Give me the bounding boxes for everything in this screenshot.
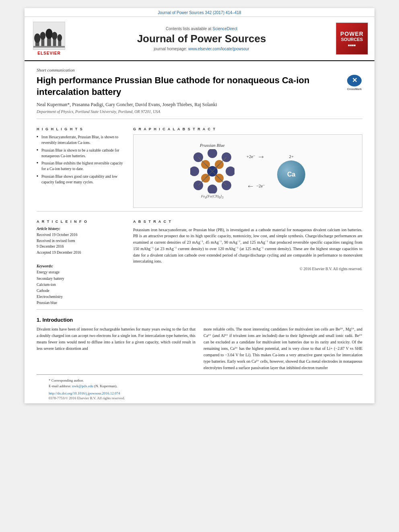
crossmark-label: CrossMark	[347, 87, 362, 91]
info-abstract-row: A R T I C L E I N F O Article history: R…	[25, 215, 374, 306]
elsevier-logo: ELSEVIER	[31, 22, 67, 55]
svg-point-14	[190, 166, 199, 176]
crossmark-badge[interactable]: ✕ CrossMark	[346, 75, 362, 91]
svg-rect-10	[33, 46, 65, 47]
svg-point-1	[34, 33, 41, 43]
journal-center-info: Contents lists available at ScienceDirec…	[67, 27, 336, 51]
keywords-section: Keywords: Energy storage Secondary batte…	[37, 263, 125, 306]
journal-homepage: journal homepage: www.elsevier.com/locat…	[75, 47, 328, 51]
abstract-column: A B S T R A C T Potassium iron hexacyano…	[133, 215, 362, 306]
homepage-link[interactable]: www.elsevier.com/locate/jpowsour	[188, 47, 249, 51]
contents-label: Contents lists available at	[166, 27, 211, 31]
email-note: E-mail address: nwk@pdx.edu (N. Kuperman…	[49, 384, 350, 389]
intro-right-text: more reliable cells. The most interestin…	[204, 327, 362, 370]
intro-heading: 1. Introduction	[37, 317, 362, 323]
keyword-5: Electrochemistry	[37, 294, 125, 300]
footnote-section: * Corresponding author. E-mail address: …	[37, 374, 362, 403]
keyword-3: Calcium-ion	[37, 282, 125, 288]
svg-point-18	[208, 185, 217, 193]
highlight-item: Prussian Blue exhibits the highest rever…	[37, 160, 125, 172]
graphical-abstract-area: Prussian Blue	[133, 134, 362, 208]
accepted-date: Accepted 19 December 2016	[37, 250, 125, 255]
crystal-side: Prussian Blue	[190, 143, 234, 199]
ca-superscript-top: 2+	[289, 154, 294, 159]
article-info-heading: A R T I C L E I N F O	[37, 220, 125, 224]
keyword-4: Cathode	[37, 288, 125, 294]
svg-point-15	[226, 166, 234, 176]
journal-citation: Journal of Power Sources 342 (2017) 414–…	[25, 8, 374, 17]
page: Journal of Power Sources 342 (2017) 414–…	[25, 8, 374, 403]
corresponding-label: * Corresponding author.	[49, 378, 84, 382]
top-arrow-row: +2e⁻ →	[247, 152, 265, 161]
graphical-abstract-heading: G R A P H I C A L A B S T R A C T	[133, 127, 362, 131]
diagram-wrapper: Prussian Blue	[186, 139, 310, 203]
keyword-2: Secondary battery	[37, 276, 125, 282]
author-affiliation: Department of Physics, Portland State Un…	[37, 109, 362, 114]
keyword-1: Energy storage	[37, 269, 125, 275]
intro-left-text: Divalent ions have been of interest for …	[37, 327, 195, 351]
contents-available: Contents lists available at ScienceDirec…	[75, 27, 328, 31]
corresponding-note: * Corresponding author.	[49, 378, 350, 384]
journal-title: Journal of Power Sources	[75, 33, 328, 45]
article-history: Article history: Received 19 October 201…	[37, 227, 125, 255]
highlights-heading: H I G H L I G H T S	[37, 127, 125, 131]
pb-label: Prussian Blue	[200, 143, 225, 148]
journal-header: ELSEVIER Contents lists available at Sci…	[25, 17, 374, 61]
introduction-section: 1. Introduction	[25, 313, 374, 323]
bottom-arrow-row: ← −2e⁻	[247, 181, 265, 191]
intro-left-col: Divalent ions have been of interest for …	[37, 326, 195, 371]
intro-right-col: more reliable cells. The most interestin…	[204, 326, 362, 371]
article-type-label: Short communication	[37, 68, 362, 72]
article-header: Short communication High performance Pru…	[25, 61, 374, 114]
highlights-list: Iron Hexacyanoferrate, Prussian Blue, is…	[37, 134, 125, 185]
section-number: 1.	[37, 317, 41, 323]
revised-date: Received in revised form9 December 2016	[37, 238, 125, 249]
crossmark-icon: ✕	[347, 75, 362, 86]
abstract-text: Potassium iron hexacyanoferrate, or Prus…	[133, 227, 362, 265]
copyright-line: © 2016 Elsevier B.V. All rights reserved…	[133, 267, 362, 271]
electrons-pos-label: +2e⁻	[247, 154, 256, 159]
elsevier-tree-image	[33, 22, 65, 50]
article-info-column: A R T I C L E I N F O Article history: R…	[37, 215, 125, 306]
intro-body: Divalent ions have been of interest for …	[25, 326, 374, 371]
svg-point-7	[52, 32, 58, 40]
reaction-arrows: +2e⁻ → ← −2e⁻	[247, 152, 265, 191]
highlights-column: H I G H L I G H T S Iron Hexacyanoferrat…	[37, 122, 125, 208]
right-arrow-symbol: →	[257, 152, 265, 161]
ca-ion-side: 2+ Ca	[277, 154, 305, 189]
email-label: E-mail address:	[49, 384, 71, 388]
history-heading: Article history:	[37, 227, 125, 231]
article-title-text: High performance Prussian Blue cathode f…	[37, 75, 342, 98]
formula-label: Fe4[Fe(CN)6]3	[201, 194, 223, 199]
highlight-item: Prussian Blue is shown to be a suitable …	[37, 148, 125, 159]
ca-ion-sphere: Ca	[277, 160, 305, 189]
email-link[interactable]: nwk@pdx.edu	[72, 384, 93, 388]
header-divider	[37, 119, 362, 119]
citation-text: Journal of Power Sources 342 (2017) 414–…	[158, 10, 241, 15]
ca-symbol: Ca	[287, 171, 295, 178]
svg-point-5	[45, 29, 53, 39]
email-suffix: (N. Kuperman).	[94, 384, 117, 388]
svg-point-9	[57, 34, 62, 41]
highlight-item: Prussian Blue shows good rate capability…	[37, 174, 125, 185]
left-arrow-symbol: ←	[247, 181, 255, 191]
highlights-graphical-row: H I G H L I G H T S Iron Hexacyanoferrat…	[25, 122, 374, 208]
sciencedirect-link[interactable]: ScienceDirect	[212, 27, 237, 31]
graphical-abstract-column: G R A P H I C A L A B S T R A C T Prussi…	[133, 122, 362, 208]
author-list: Neal Kuperman*, Prasanna Padigi, Gary Go…	[37, 102, 362, 108]
received-date: Received 19 October 2016	[37, 232, 125, 238]
highlight-item: Iron Hexacyanoferrate, Prussian Blue, is…	[37, 134, 125, 146]
footer-copyright: 0378-7753/© 2016 Elsevier B.V. All right…	[49, 396, 350, 400]
electrons-neg-label: −2e⁻	[256, 183, 265, 189]
keywords-heading: Keywords:	[37, 263, 125, 269]
abstract-heading: A B S T R A C T	[133, 220, 362, 224]
bottom-divider	[37, 309, 362, 310]
mid-divider	[37, 211, 362, 212]
section-title: Introduction	[42, 317, 73, 323]
crystal-svg	[190, 149, 234, 193]
svg-point-3	[40, 32, 46, 40]
svg-point-12	[208, 149, 217, 158]
keyword-6: Prussian blue	[37, 300, 125, 306]
journal-logo-right: POWER SOURCES ■■■■	[336, 23, 368, 55]
doi-link[interactable]: http://dx.doi.org/10.1016/j.jpowsour.201…	[49, 391, 350, 395]
